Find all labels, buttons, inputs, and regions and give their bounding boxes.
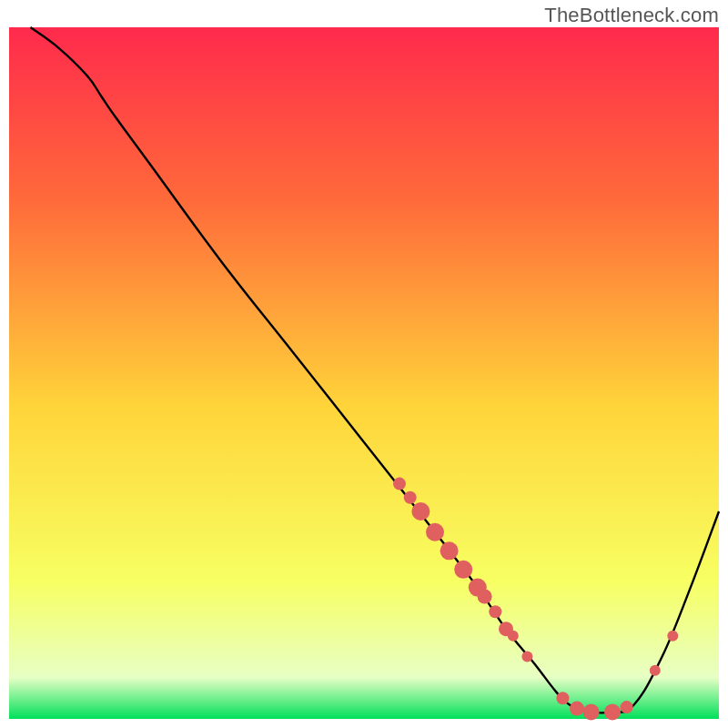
- data-point: [667, 631, 678, 642]
- data-point: [393, 478, 406, 490]
- data-point: [621, 701, 633, 713]
- data-point: [478, 589, 492, 603]
- chart-stage: TheBottleneck.com: [0, 0, 728, 728]
- plot-background: [9, 27, 719, 719]
- watermark-text: TheBottleneck.com: [544, 4, 719, 27]
- data-point: [440, 541, 459, 560]
- data-point: [404, 491, 417, 504]
- data-point: [556, 692, 569, 704]
- data-point: [570, 702, 584, 716]
- data-point: [521, 652, 532, 662]
- data-point: [489, 605, 501, 618]
- data-point: [604, 703, 621, 720]
- data-point: [650, 665, 661, 676]
- data-point: [426, 523, 444, 541]
- data-point: [508, 631, 519, 642]
- chart-svg: [0, 0, 728, 728]
- data-point: [411, 502, 430, 521]
- data-point: [583, 703, 600, 720]
- data-point: [454, 561, 472, 579]
